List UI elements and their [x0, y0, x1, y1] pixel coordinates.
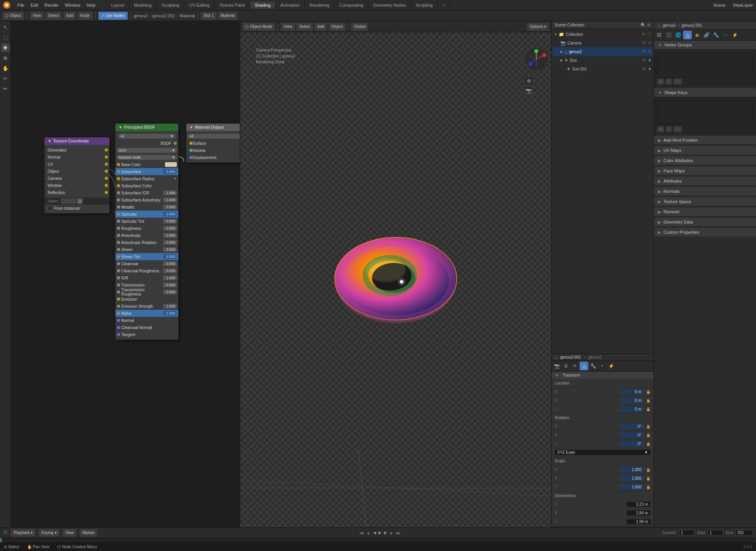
tab-texture-paint[interactable]: Texture Paint — [215, 2, 250, 9]
specular-tint-val[interactable]: 0.000 — [163, 219, 177, 224]
move-tool[interactable]: ✋ — [1, 64, 10, 72]
shape-keys-header[interactable]: ▼ Shape Keys — [654, 88, 756, 97]
box-select-tool[interactable]: ⬚ — [1, 33, 10, 42]
props-render-icon[interactable]: 🖼 — [655, 31, 663, 39]
anisotropic-val[interactable]: 0.000 — [163, 233, 177, 238]
menu-edit[interactable]: Edit — [28, 2, 41, 8]
trans-rough-val[interactable]: 0.000 — [163, 290, 177, 294]
tab-geometry-nodes[interactable]: Geometry Nodes — [369, 2, 411, 9]
editor-type-btn[interactable]: ⬡ Object — [2, 12, 24, 20]
add-rest-position-header[interactable]: ▶ Add Rest Position — [654, 136, 756, 145]
slot-btn[interactable]: Slot 1 — [201, 12, 217, 20]
sun-eye[interactable]: 👁 — [642, 58, 647, 63]
transmission-socket[interactable] — [117, 283, 120, 287]
props-tab-particle[interactable]: • — [598, 362, 606, 370]
menu-window[interactable]: Window — [62, 2, 83, 8]
outliner-settings-icon[interactable]: ⚙ — [647, 23, 650, 27]
specular-val[interactable]: 0.500 — [163, 212, 177, 216]
location-x-lock[interactable]: 🔓 — [646, 390, 650, 394]
scale-x-lock[interactable]: 🔓 — [646, 468, 650, 472]
output-volume-socket[interactable] — [189, 149, 193, 152]
clearcoat-rough-val[interactable]: 0.030 — [163, 268, 177, 273]
tc-object-socket[interactable] — [105, 170, 108, 173]
bsdf-filter-dropdown[interactable]: All▼ — [119, 134, 175, 139]
camera-eye[interactable]: 👁 — [642, 41, 647, 45]
sun001-eye[interactable]: 👁 — [642, 67, 647, 71]
keying-btn[interactable]: Keying ▾ — [39, 529, 59, 537]
zoom-tool[interactable]: ⊕ — [1, 54, 10, 62]
vg-add-btn[interactable]: + — [657, 79, 664, 85]
select-tool[interactable]: ↖ — [1, 23, 10, 31]
tc-reflection-socket[interactable] — [105, 191, 108, 194]
rotation-y-lock[interactable]: 🔓 — [646, 433, 650, 437]
random-walk-dropdown[interactable]: Random Walk▼ — [117, 155, 177, 160]
alpha-socket[interactable] — [117, 312, 120, 315]
props-tab-modifier[interactable]: 🔧 — [589, 362, 597, 370]
rotation-x-lock[interactable]: 🔓 — [646, 425, 650, 429]
cut-tool[interactable]: ✄ — [1, 74, 10, 83]
collection-item[interactable]: ▼ 📁 Collection 👁 ⬡ — [552, 30, 653, 39]
tab-add[interactable]: + — [438, 2, 450, 9]
dim-x-val[interactable]: 3.23 m — [627, 502, 650, 507]
sheen-val[interactable]: 0.000 — [163, 247, 177, 252]
clearcoat-socket[interactable] — [117, 262, 120, 265]
menu-help[interactable]: Help — [83, 2, 99, 8]
next-frame-btn[interactable]: ⏵ — [389, 531, 394, 535]
subsurface-ior-val[interactable]: 1.400 — [163, 190, 177, 195]
rotation-mode-dropdown[interactable]: XYZ Euler▼ — [555, 450, 650, 455]
ggx-dropdown[interactable]: GGX▼ — [117, 148, 177, 153]
collection-exclude[interactable]: ⬡ — [647, 32, 651, 37]
anisotropic-socket[interactable] — [117, 234, 120, 237]
emission-strength-val[interactable]: 1.000 — [163, 304, 177, 309]
material-output-node[interactable]: ▼ Material Output All▼ Sur — [186, 124, 240, 163]
breadcrumb-genus2-001[interactable]: genus2.001 — [152, 13, 175, 18]
output-surface-socket[interactable] — [189, 142, 193, 145]
texture-coordinate-node[interactable]: ▼ Texture Coordinate Generated Normal — [44, 137, 109, 213]
props-tab-render[interactable]: 📷 — [552, 362, 561, 370]
clearcoat-val[interactable]: 0.000 — [163, 261, 177, 266]
viewport-object-btn[interactable]: Object — [329, 23, 346, 31]
viewport-editor-btn[interactable]: ⬡ Object Mode — [243, 23, 275, 31]
principled-bsdf-node[interactable]: ▼ Principled BSDF All▼ BSDF — [115, 124, 178, 340]
sheen-socket[interactable] — [117, 248, 120, 251]
tab-uv-editing[interactable]: UV Editing — [184, 2, 215, 9]
tc-generated-socket[interactable] — [105, 148, 108, 152]
props-modifier-icon[interactable]: 🔧 — [712, 31, 720, 39]
normal-socket[interactable] — [117, 319, 120, 322]
current-frame-input[interactable] — [679, 530, 695, 536]
scale-x-val[interactable]: 1.000 — [620, 467, 644, 472]
subsurface-ior-socket[interactable] — [117, 191, 120, 194]
sun001-item[interactable]: ☀ Sun.001 👁 ★ — [552, 65, 653, 73]
props-mesh-icon[interactable]: △ — [683, 31, 692, 39]
genus2-item[interactable]: ▶ △ genus2 👁 ⚙ — [552, 47, 653, 56]
attributes-header[interactable]: ▶ Attributes — [654, 177, 756, 186]
rotation-y-val[interactable]: 0° — [620, 433, 644, 438]
bsdf-output-socket[interactable] — [174, 142, 177, 145]
scale-z-lock[interactable]: 🔓 — [646, 485, 650, 489]
location-x-val[interactable]: 0 m — [620, 389, 644, 394]
props-tab-output[interactable]: 🖥 — [561, 362, 570, 370]
tab-rendering[interactable]: Rendering — [305, 2, 335, 9]
props-material-icon[interactable]: ◉ — [693, 31, 701, 39]
location-z-val[interactable]: 0 m — [620, 407, 644, 412]
annotate-tool[interactable]: ✏ — [1, 84, 10, 93]
ior-val[interactable]: 1.450 — [163, 276, 177, 280]
play-btn[interactable]: ▶ — [378, 530, 382, 535]
tc-normal-socket[interactable] — [105, 155, 108, 159]
jump-end-btn[interactable]: ⏭ — [396, 531, 400, 535]
viewport-options-btn[interactable]: Options ▾ — [527, 23, 549, 31]
breadcrumb-material[interactable]: Material — [180, 13, 195, 18]
props-constraint-icon[interactable]: 🔗 — [702, 31, 711, 39]
sk-remove-btn[interactable]: - — [666, 126, 672, 132]
metallic-val[interactable]: 0.000 — [163, 205, 177, 209]
specular-socket[interactable] — [117, 213, 120, 216]
location-y-lock[interactable]: 🔓 — [646, 399, 650, 403]
tab-layout[interactable]: Layout — [107, 2, 130, 9]
outliner-filter-icon[interactable]: 🔍 — [641, 23, 645, 27]
clearcoat-normal-socket[interactable] — [117, 326, 120, 329]
aniso-rotation-socket[interactable] — [117, 241, 120, 244]
viewport-view-btn[interactable]: View — [281, 23, 295, 31]
camera-settings[interactable]: ⚙ — [648, 41, 651, 45]
output-filter[interactable]: All▼ — [188, 134, 240, 139]
subsurface-radius-socket[interactable] — [117, 177, 120, 180]
